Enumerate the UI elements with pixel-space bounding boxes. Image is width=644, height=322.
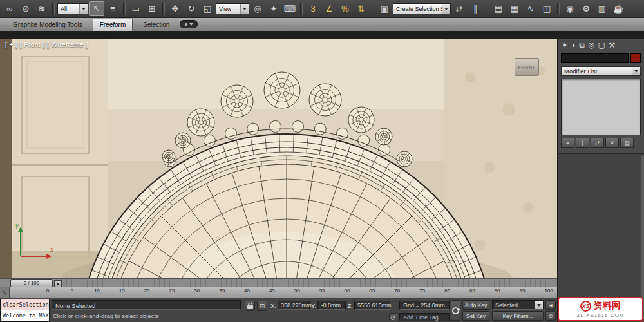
layer-manager-icon[interactable]: ▤ [491, 1, 506, 16]
rendered-frame-window-icon[interactable]: ▥ [594, 1, 610, 16]
toolbar-separator [372, 3, 374, 15]
selection-lock-toggle[interactable] [245, 301, 255, 311]
tick-label: 55 [319, 288, 325, 294]
use-pivot-point-center-icon[interactable]: ◎ [250, 1, 265, 16]
add-time-tag-field[interactable]: Add Time Tag [399, 313, 450, 321]
hierarchy-tab-icon[interactable]: ⧉ [579, 41, 585, 50]
previous-frame-button[interactable]: ◄ [545, 300, 556, 310]
tick-label: 5 [70, 288, 75, 294]
set-key-button[interactable]: Set Key [462, 311, 489, 321]
axis-y-label: y [15, 222, 19, 229]
pin-stack-button[interactable]: ⌖ [561, 138, 574, 148]
tick-label: 45 [269, 288, 275, 294]
viewcube[interactable]: FRONT [515, 58, 539, 76]
schematic-view-icon[interactable]: ◫ [539, 1, 554, 16]
select-and-rotate-icon[interactable]: ↻ [184, 1, 199, 16]
material-editor-icon[interactable]: ◉ [562, 1, 578, 16]
reference-coordinate-dropdown[interactable]: View [216, 3, 249, 14]
graphite-modeling-toggle-icon[interactable]: ▦ [507, 1, 522, 16]
z-coord-field[interactable]: 5556.615mm [354, 301, 390, 310]
remove-modifier-button[interactable]: ✕ [605, 138, 619, 148]
select-and-scale-icon[interactable]: ◱ [200, 1, 215, 16]
maxscript-mini-listener[interactable]: clearSelection Welcome to MAX [0, 299, 50, 322]
tick-label: 15 [119, 288, 125, 294]
create-tab-icon[interactable]: ✶ [562, 41, 568, 50]
modifier-stack-buttons: ⌖ ∥ ⇄ ✕ ▤ [561, 138, 641, 148]
tab-freeform[interactable]: Freeform [93, 19, 133, 31]
percent-snap-toggle-icon[interactable]: % [337, 1, 353, 16]
selection-filter-dropdown[interactable]: All [57, 3, 88, 14]
key-selection-dropdown[interactable]: Selected [492, 300, 544, 310]
utilities-tab-icon[interactable]: ⚒ [609, 41, 616, 50]
set-keys-button[interactable] [451, 300, 460, 321]
select-and-manipulate-icon[interactable]: ✦ [266, 1, 281, 16]
mirror-icon[interactable]: ⇄ [451, 1, 467, 16]
ribbon-collapsed-strip [0, 31, 644, 39]
selection-filter-value: All [61, 6, 67, 12]
select-and-move-icon[interactable]: ✥ [167, 1, 183, 16]
modifier-stack[interactable] [561, 79, 641, 135]
angle-snap-toggle-icon[interactable]: ∠ [321, 1, 337, 16]
tab-graphite-modeling-tools[interactable]: Graphite Modeling Tools [6, 19, 89, 31]
select-object-icon[interactable]: ↖ [89, 1, 104, 16]
watermark-logo: XS [580, 301, 591, 312]
object-color-swatch[interactable] [630, 53, 641, 63]
select-and-link-icon[interactable]: ∞ [2, 1, 17, 16]
create-selection-set-dropdown[interactable]: Create Selection Se [393, 3, 451, 14]
prompt-line: Click or click-and-drag to select object… [53, 312, 159, 319]
z-coord-label: Z: [347, 302, 352, 309]
show-end-result-button[interactable]: ∥ [576, 138, 589, 148]
modify-tab-icon[interactable]: ◗ [571, 41, 576, 50]
trackbar-tick-labels: 0 5 10 15 20 25 30 35 40 45 50 55 60 65 … [45, 288, 553, 294]
display-tab-icon[interactable]: ▢ [598, 41, 605, 50]
spinner-snap-toggle-icon[interactable]: ⇅ [354, 1, 369, 16]
align-icon[interactable]: ∥ [468, 1, 483, 16]
viewport-label[interactable]: [ + ] [ Front ] [ Wireframe ] [5, 41, 88, 48]
toolbar-separator [123, 3, 126, 15]
tick-label: 10 [94, 288, 100, 294]
grid-size-display: Grid = 254.0mm [399, 301, 450, 310]
motion-tab-icon[interactable]: ◎ [588, 41, 594, 50]
unlink-selection-icon[interactable]: ⊘ [18, 1, 33, 16]
time-slider-track[interactable]: 0 / 100 [0, 278, 557, 287]
tick-label: 60 [345, 288, 350, 294]
tick-label: 80 [444, 288, 450, 294]
tab-selection[interactable]: Selection [137, 19, 176, 31]
watermark-url: ZL.XS1616.COM [577, 312, 625, 318]
toolbar-separator [557, 3, 560, 15]
keyboard-shortcut-override-icon[interactable]: ⌨ [282, 1, 298, 16]
tick-label: 35 [219, 288, 225, 294]
window-crossing-icon[interactable]: ⊞ [144, 1, 160, 16]
key-icon [452, 307, 459, 314]
key-selection-value: Selected [495, 302, 518, 308]
time-tag-icon: ◷ [389, 313, 397, 321]
x-coord-field[interactable]: 358.278mm [278, 301, 310, 310]
snaps-toggle-icon[interactable]: 3 [305, 1, 321, 16]
curve-editor-icon[interactable]: ∿ [523, 1, 538, 16]
track-bar[interactable]: ∿ 0 5 10 15 20 25 30 35 40 45 50 55 60 6… [0, 287, 557, 298]
object-name-field[interactable] [561, 53, 629, 63]
front-viewport[interactable]: [ + ] [ Front ] [ Wireframe ] FRONT [0, 39, 557, 278]
render-setup-icon[interactable]: ⚙ [578, 1, 594, 16]
rollout-scrollbar[interactable] [641, 155, 644, 320]
edit-named-selection-sets-icon[interactable]: ▣ [377, 1, 392, 16]
watermark-brand: 资料网 [594, 300, 621, 312]
select-by-name-icon[interactable]: ≡ [105, 1, 120, 16]
make-unique-button[interactable]: ⇄ [591, 138, 604, 148]
modifier-list-dropdown[interactable]: Modifier List [561, 66, 641, 76]
render-production-icon[interactable]: ☕ [611, 1, 626, 16]
configure-modifier-sets-button[interactable]: ▤ [620, 138, 634, 148]
absolute-offset-toggle[interactable]: ⊡ [257, 301, 267, 311]
ribbon-minimize-button[interactable] [180, 20, 198, 28]
key-filters-button[interactable]: Key Filters... [492, 311, 544, 321]
tick-label: 95 [520, 288, 526, 294]
y-coord-field[interactable]: -0.0mm [317, 301, 346, 310]
auto-key-button[interactable]: Auto Key [462, 300, 489, 310]
viewport-canvas[interactable]: x y [0, 39, 557, 278]
mini-curve-editor-button[interactable]: ∿ [0, 287, 10, 298]
selection-status-field: None Selected [52, 300, 241, 310]
time-configuration-button[interactable]: ⊙ [545, 311, 556, 321]
rectangular-selection-region-icon[interactable]: ▭ [128, 1, 144, 16]
tick-label: 100 [544, 288, 553, 294]
bind-to-space-warp-icon[interactable]: ≋ [34, 1, 50, 16]
